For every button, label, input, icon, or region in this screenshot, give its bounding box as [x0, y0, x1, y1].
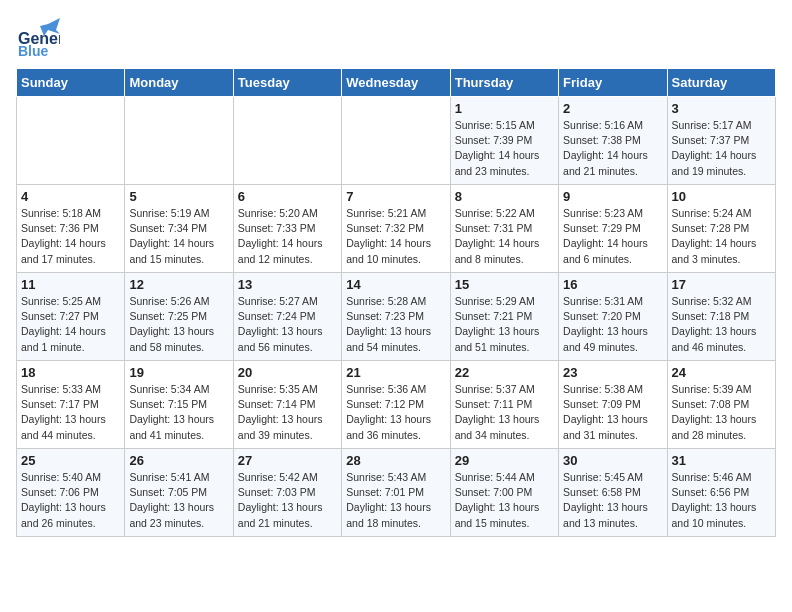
day-info: Sunrise: 5:41 AM Sunset: 7:05 PM Dayligh… — [129, 470, 228, 531]
column-header-wednesday: Wednesday — [342, 69, 450, 97]
calendar-week-3: 11Sunrise: 5:25 AM Sunset: 7:27 PM Dayli… — [17, 273, 776, 361]
day-number: 28 — [346, 453, 445, 468]
day-number: 21 — [346, 365, 445, 380]
day-info: Sunrise: 5:27 AM Sunset: 7:24 PM Dayligh… — [238, 294, 337, 355]
calendar-cell: 6Sunrise: 5:20 AM Sunset: 7:33 PM Daylig… — [233, 185, 341, 273]
calendar-cell: 13Sunrise: 5:27 AM Sunset: 7:24 PM Dayli… — [233, 273, 341, 361]
day-number: 14 — [346, 277, 445, 292]
day-info: Sunrise: 5:35 AM Sunset: 7:14 PM Dayligh… — [238, 382, 337, 443]
day-info: Sunrise: 5:38 AM Sunset: 7:09 PM Dayligh… — [563, 382, 662, 443]
day-number: 26 — [129, 453, 228, 468]
day-info: Sunrise: 5:15 AM Sunset: 7:39 PM Dayligh… — [455, 118, 554, 179]
day-number: 20 — [238, 365, 337, 380]
day-info: Sunrise: 5:43 AM Sunset: 7:01 PM Dayligh… — [346, 470, 445, 531]
calendar-cell: 14Sunrise: 5:28 AM Sunset: 7:23 PM Dayli… — [342, 273, 450, 361]
day-info: Sunrise: 5:17 AM Sunset: 7:37 PM Dayligh… — [672, 118, 771, 179]
day-number: 13 — [238, 277, 337, 292]
day-info: Sunrise: 5:40 AM Sunset: 7:06 PM Dayligh… — [21, 470, 120, 531]
day-number: 4 — [21, 189, 120, 204]
day-info: Sunrise: 5:24 AM Sunset: 7:28 PM Dayligh… — [672, 206, 771, 267]
day-number: 2 — [563, 101, 662, 116]
calendar-cell: 18Sunrise: 5:33 AM Sunset: 7:17 PM Dayli… — [17, 361, 125, 449]
calendar-cell: 22Sunrise: 5:37 AM Sunset: 7:11 PM Dayli… — [450, 361, 558, 449]
day-info: Sunrise: 5:19 AM Sunset: 7:34 PM Dayligh… — [129, 206, 228, 267]
calendar-cell — [17, 97, 125, 185]
calendar-week-1: 1Sunrise: 5:15 AM Sunset: 7:39 PM Daylig… — [17, 97, 776, 185]
calendar-cell: 24Sunrise: 5:39 AM Sunset: 7:08 PM Dayli… — [667, 361, 775, 449]
day-info: Sunrise: 5:44 AM Sunset: 7:00 PM Dayligh… — [455, 470, 554, 531]
column-header-tuesday: Tuesday — [233, 69, 341, 97]
calendar-cell: 20Sunrise: 5:35 AM Sunset: 7:14 PM Dayli… — [233, 361, 341, 449]
calendar-cell: 7Sunrise: 5:21 AM Sunset: 7:32 PM Daylig… — [342, 185, 450, 273]
column-header-sunday: Sunday — [17, 69, 125, 97]
day-info: Sunrise: 5:45 AM Sunset: 6:58 PM Dayligh… — [563, 470, 662, 531]
day-number: 9 — [563, 189, 662, 204]
calendar-cell: 1Sunrise: 5:15 AM Sunset: 7:39 PM Daylig… — [450, 97, 558, 185]
calendar-cell: 25Sunrise: 5:40 AM Sunset: 7:06 PM Dayli… — [17, 449, 125, 537]
calendar-cell: 11Sunrise: 5:25 AM Sunset: 7:27 PM Dayli… — [17, 273, 125, 361]
day-number: 19 — [129, 365, 228, 380]
calendar-cell: 19Sunrise: 5:34 AM Sunset: 7:15 PM Dayli… — [125, 361, 233, 449]
day-info: Sunrise: 5:18 AM Sunset: 7:36 PM Dayligh… — [21, 206, 120, 267]
calendar-cell: 5Sunrise: 5:19 AM Sunset: 7:34 PM Daylig… — [125, 185, 233, 273]
column-header-monday: Monday — [125, 69, 233, 97]
day-number: 10 — [672, 189, 771, 204]
calendar-cell: 10Sunrise: 5:24 AM Sunset: 7:28 PM Dayli… — [667, 185, 775, 273]
calendar-cell: 4Sunrise: 5:18 AM Sunset: 7:36 PM Daylig… — [17, 185, 125, 273]
page-header: General Blue — [16, 16, 776, 60]
calendar-cell — [342, 97, 450, 185]
day-info: Sunrise: 5:29 AM Sunset: 7:21 PM Dayligh… — [455, 294, 554, 355]
calendar-cell: 8Sunrise: 5:22 AM Sunset: 7:31 PM Daylig… — [450, 185, 558, 273]
calendar-table: SundayMondayTuesdayWednesdayThursdayFrid… — [16, 68, 776, 537]
column-header-friday: Friday — [559, 69, 667, 97]
calendar-cell: 3Sunrise: 5:17 AM Sunset: 7:37 PM Daylig… — [667, 97, 775, 185]
day-info: Sunrise: 5:26 AM Sunset: 7:25 PM Dayligh… — [129, 294, 228, 355]
day-number: 29 — [455, 453, 554, 468]
day-number: 1 — [455, 101, 554, 116]
day-info: Sunrise: 5:33 AM Sunset: 7:17 PM Dayligh… — [21, 382, 120, 443]
day-number: 22 — [455, 365, 554, 380]
calendar-cell — [125, 97, 233, 185]
calendar-cell: 9Sunrise: 5:23 AM Sunset: 7:29 PM Daylig… — [559, 185, 667, 273]
day-number: 6 — [238, 189, 337, 204]
calendar-week-4: 18Sunrise: 5:33 AM Sunset: 7:17 PM Dayli… — [17, 361, 776, 449]
calendar-cell: 15Sunrise: 5:29 AM Sunset: 7:21 PM Dayli… — [450, 273, 558, 361]
day-info: Sunrise: 5:16 AM Sunset: 7:38 PM Dayligh… — [563, 118, 662, 179]
day-info: Sunrise: 5:46 AM Sunset: 6:56 PM Dayligh… — [672, 470, 771, 531]
day-info: Sunrise: 5:21 AM Sunset: 7:32 PM Dayligh… — [346, 206, 445, 267]
calendar-cell: 31Sunrise: 5:46 AM Sunset: 6:56 PM Dayli… — [667, 449, 775, 537]
day-info: Sunrise: 5:36 AM Sunset: 7:12 PM Dayligh… — [346, 382, 445, 443]
calendar-cell: 17Sunrise: 5:32 AM Sunset: 7:18 PM Dayli… — [667, 273, 775, 361]
day-info: Sunrise: 5:39 AM Sunset: 7:08 PM Dayligh… — [672, 382, 771, 443]
calendar-cell: 30Sunrise: 5:45 AM Sunset: 6:58 PM Dayli… — [559, 449, 667, 537]
calendar-cell — [233, 97, 341, 185]
logo: General Blue — [16, 16, 60, 60]
day-number: 27 — [238, 453, 337, 468]
calendar-cell: 2Sunrise: 5:16 AM Sunset: 7:38 PM Daylig… — [559, 97, 667, 185]
calendar-cell: 27Sunrise: 5:42 AM Sunset: 7:03 PM Dayli… — [233, 449, 341, 537]
day-info: Sunrise: 5:23 AM Sunset: 7:29 PM Dayligh… — [563, 206, 662, 267]
day-info: Sunrise: 5:31 AM Sunset: 7:20 PM Dayligh… — [563, 294, 662, 355]
column-header-thursday: Thursday — [450, 69, 558, 97]
calendar-week-2: 4Sunrise: 5:18 AM Sunset: 7:36 PM Daylig… — [17, 185, 776, 273]
day-number: 18 — [21, 365, 120, 380]
day-number: 17 — [672, 277, 771, 292]
day-info: Sunrise: 5:28 AM Sunset: 7:23 PM Dayligh… — [346, 294, 445, 355]
day-info: Sunrise: 5:32 AM Sunset: 7:18 PM Dayligh… — [672, 294, 771, 355]
calendar-cell: 12Sunrise: 5:26 AM Sunset: 7:25 PM Dayli… — [125, 273, 233, 361]
day-number: 7 — [346, 189, 445, 204]
calendar-cell: 23Sunrise: 5:38 AM Sunset: 7:09 PM Dayli… — [559, 361, 667, 449]
day-number: 25 — [21, 453, 120, 468]
calendar-cell: 21Sunrise: 5:36 AM Sunset: 7:12 PM Dayli… — [342, 361, 450, 449]
svg-text:Blue: Blue — [18, 43, 49, 59]
day-info: Sunrise: 5:25 AM Sunset: 7:27 PM Dayligh… — [21, 294, 120, 355]
day-number: 16 — [563, 277, 662, 292]
day-info: Sunrise: 5:34 AM Sunset: 7:15 PM Dayligh… — [129, 382, 228, 443]
logo-icon: General Blue — [16, 16, 60, 60]
day-number: 23 — [563, 365, 662, 380]
day-number: 31 — [672, 453, 771, 468]
day-number: 11 — [21, 277, 120, 292]
calendar-week-5: 25Sunrise: 5:40 AM Sunset: 7:06 PM Dayli… — [17, 449, 776, 537]
calendar-cell: 16Sunrise: 5:31 AM Sunset: 7:20 PM Dayli… — [559, 273, 667, 361]
day-number: 24 — [672, 365, 771, 380]
